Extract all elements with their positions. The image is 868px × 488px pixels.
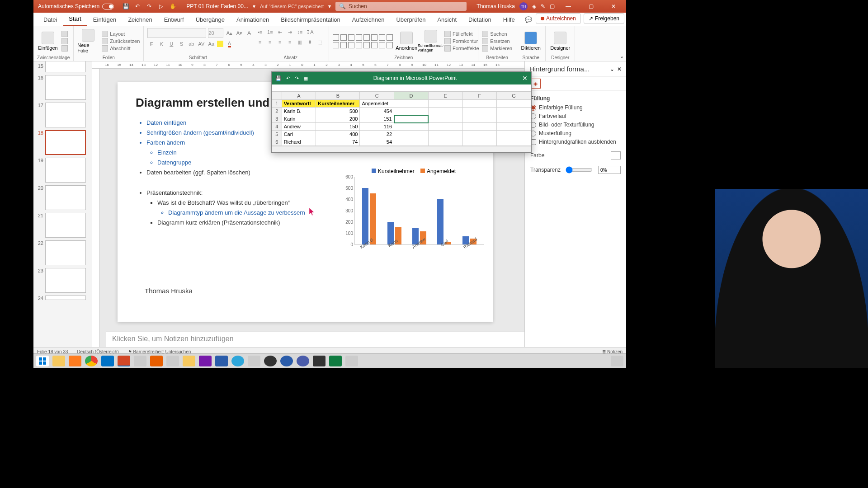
shadow-button[interactable]: ab — [187, 40, 195, 48]
tab-hilfe[interactable]: Hilfe — [498, 14, 520, 26]
slide-thumbnails[interactable]: 15 16 17 18 19 20 21 22 23 24 — [33, 61, 92, 347]
app-icon[interactable] — [345, 356, 358, 366]
maximize-button[interactable]: ▢ — [582, 0, 600, 13]
find-button[interactable]: Suchen — [482, 31, 512, 37]
replace-button[interactable]: Ersetzen — [482, 38, 512, 44]
app-icon[interactable] — [297, 356, 309, 366]
close-icon[interactable]: ✕ — [522, 75, 528, 82]
reset-button[interactable]: Zurücksetzen — [102, 38, 140, 44]
grid-icon[interactable]: ▦ — [303, 75, 308, 81]
dropdown-icon[interactable]: ▾ — [253, 3, 255, 9]
toggle-switch-icon[interactable] — [102, 4, 114, 9]
thumb-22[interactable]: 22 — [35, 240, 90, 265]
redo-icon[interactable]: ↷ — [295, 75, 299, 81]
quick-styles-button[interactable]: Schnellformat-vorlagen — [420, 30, 442, 52]
tab-uebergaenge[interactable]: Übergänge — [190, 14, 230, 26]
comments-icon[interactable]: 💬 — [522, 14, 535, 26]
color-swatch-button[interactable] — [611, 151, 621, 160]
text-direction-icon[interactable]: ↧A — [306, 28, 314, 36]
font-family-combo[interactable] — [147, 28, 206, 38]
col-header[interactable]: G — [497, 92, 531, 100]
bullets-icon[interactable]: •≡ — [256, 28, 264, 36]
telegram-icon[interactable] — [231, 356, 244, 366]
indent-inc-icon[interactable]: ⇥ — [286, 28, 294, 36]
app-icon[interactable] — [248, 356, 260, 366]
tab-aufzeichnen[interactable]: Aufzeichnen — [347, 14, 390, 26]
file-name[interactable]: PPT 01 Roter Faden 00... — [186, 3, 248, 9]
explorer-icon[interactable] — [52, 356, 65, 366]
start-button[interactable] — [36, 356, 49, 366]
share-button[interactable]: ↗Freigeben — [584, 13, 624, 24]
table-row[interactable]: 6 Richard 74 54 — [272, 138, 531, 146]
app-icon[interactable] — [280, 356, 293, 366]
settings-icon[interactable] — [313, 356, 326, 366]
tab-animationen[interactable]: Animationen — [231, 14, 274, 26]
app-icon[interactable] — [183, 356, 195, 366]
align-left-icon[interactable]: ≡ — [256, 38, 264, 46]
layout-button[interactable]: Layout — [102, 31, 140, 37]
highlight-button[interactable] — [217, 41, 223, 47]
redo-icon[interactable]: ↷ — [146, 3, 153, 10]
radio-gradient-fill[interactable]: Farbverlauf — [530, 113, 621, 119]
underline-button[interactable]: U — [167, 40, 175, 48]
thumb-16[interactable]: 16 — [35, 75, 90, 100]
indent-dec-icon[interactable]: ⇤ — [276, 28, 284, 36]
designer-button[interactable]: Designer — [549, 32, 571, 51]
italic-button[interactable]: K — [157, 40, 165, 48]
chart[interactable]: Kursteilnehmer Angemeldet 60050040030020… — [339, 168, 484, 267]
thumb-17[interactable]: 17 — [35, 103, 90, 127]
scrollbar-horizontal[interactable] — [272, 146, 531, 152]
thumb-20[interactable]: 20 — [35, 185, 90, 210]
bold-button[interactable]: F — [147, 40, 156, 48]
col-header[interactable]: E — [428, 92, 462, 100]
excel-icon[interactable] — [329, 356, 342, 366]
radio-pattern-fill[interactable]: Musterfüllung — [530, 130, 621, 136]
checkbox-hide-bg[interactable]: Hintergrundgrafiken ausblenden — [530, 139, 621, 145]
tab-ueberpruefen[interactable]: Überprüfen — [391, 14, 431, 26]
close-icon[interactable]: ✕ — [617, 66, 622, 72]
align-center-icon[interactable]: ≡ — [266, 38, 274, 46]
undo-icon[interactable]: ↶ — [134, 3, 141, 10]
table-row[interactable]: 2 Karin B. 500 454 — [272, 108, 531, 115]
font-color-button[interactable]: A — [225, 40, 233, 48]
smartart-icon[interactable]: ⬚ — [316, 38, 324, 46]
shape-fill-button[interactable]: Fülleffekt — [444, 31, 479, 37]
app-icon[interactable] — [134, 356, 146, 366]
notes-placeholder[interactable]: Klicken Sie, um Notizen hinzuzufügen — [106, 332, 524, 347]
shape-gallery[interactable] — [333, 34, 393, 48]
outlook-icon[interactable] — [101, 356, 114, 366]
shape-effects-button[interactable]: Formeffekte — [444, 45, 479, 52]
col-header[interactable]: F — [462, 92, 497, 100]
col-header[interactable]: B — [316, 92, 360, 100]
tab-bildschirm[interactable]: Bildschirmpräsentation — [275, 14, 346, 26]
diamond-icon[interactable]: ◈ — [532, 3, 536, 9]
pen-icon[interactable]: ✎ — [541, 3, 545, 9]
table-row[interactable]: 4 Andrew 150 116 — [272, 123, 531, 131]
tab-datei[interactable]: Datei — [38, 14, 62, 26]
selected-cell[interactable] — [394, 115, 429, 123]
section-button[interactable]: Abschnitt — [102, 45, 140, 52]
col-header[interactable]: C — [360, 92, 394, 100]
case-button[interactable]: Aa — [207, 40, 215, 48]
undo-icon[interactable]: ↶ — [286, 75, 290, 81]
save-icon[interactable]: 💾 — [275, 75, 282, 81]
tab-zeichnen[interactable]: Zeichnen — [123, 14, 157, 26]
thumb-18[interactable]: 18 — [35, 130, 90, 155]
app-icon[interactable] — [215, 356, 228, 366]
transparency-slider[interactable] — [566, 166, 593, 174]
radio-solid-fill[interactable]: Einfarbige Füllung — [530, 104, 621, 111]
shape-outline-button[interactable]: Formkontur — [444, 38, 479, 44]
data-grid[interactable]: A B C D E F G 1 Verantwortl Kursteilnehm… — [272, 92, 531, 146]
thumb-24[interactable]: 24 — [35, 296, 90, 301]
col-header[interactable]: D — [394, 92, 429, 100]
touch-mode-icon[interactable]: ✋ — [169, 3, 176, 10]
onenote-icon[interactable] — [199, 356, 212, 366]
tab-entwurf[interactable]: Entwurf — [159, 14, 189, 26]
numbering-icon[interactable]: 1≡ — [266, 28, 274, 36]
bucket-tab-icon[interactable]: ◈ — [530, 79, 541, 89]
col-header[interactable]: A — [282, 92, 316, 100]
windows-taskbar[interactable] — [33, 353, 626, 368]
increase-font-icon[interactable]: A▴ — [225, 29, 233, 37]
dictate-button[interactable]: Diktieren — [520, 32, 542, 51]
thumb-23[interactable]: 23 — [35, 268, 90, 293]
